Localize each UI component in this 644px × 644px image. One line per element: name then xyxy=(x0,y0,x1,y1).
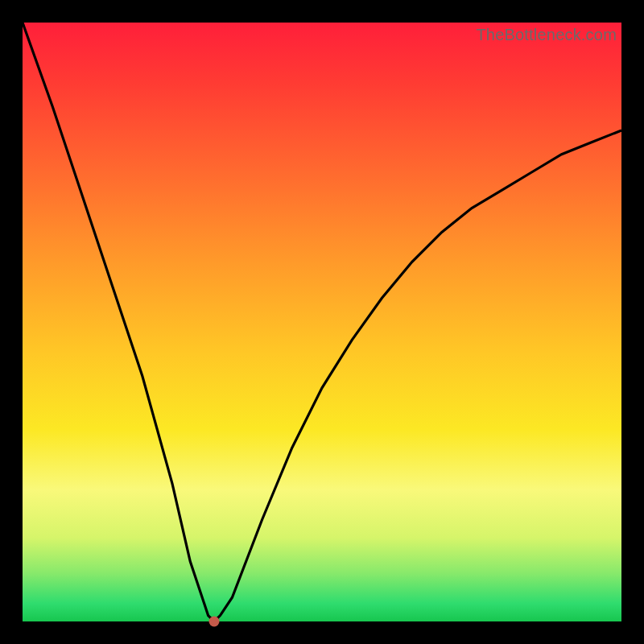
plot-area: TheBottleneck.com xyxy=(23,23,621,621)
chart-frame: TheBottleneck.com xyxy=(0,0,644,644)
curve-path xyxy=(23,23,621,621)
bottleneck-curve xyxy=(23,23,621,621)
optimum-marker xyxy=(209,617,220,627)
